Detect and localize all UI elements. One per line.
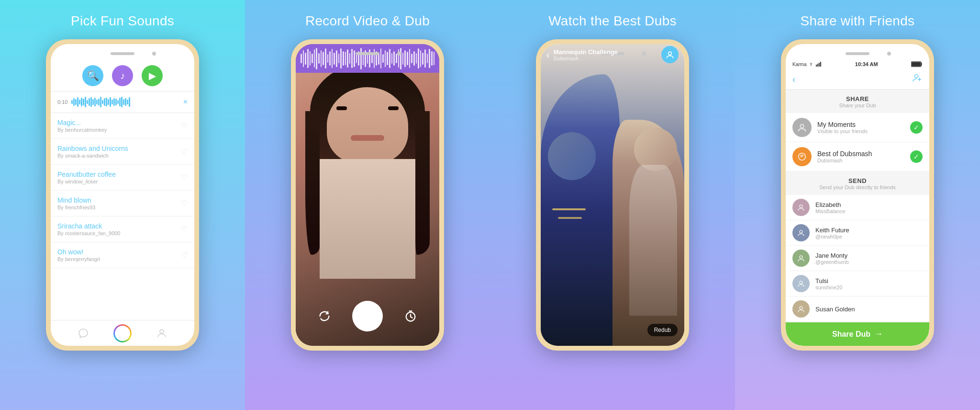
add-person-button[interactable] <box>912 73 923 85</box>
back-icon[interactable]: ‹ <box>546 49 550 60</box>
search-icon: 🔍 <box>87 70 99 81</box>
play-time: 0:10 <box>57 99 67 105</box>
contact-jane-monty[interactable]: Jane Monty @greenthumb <box>786 246 929 271</box>
wave-bar <box>108 99 109 105</box>
wave-bar <box>119 98 121 106</box>
tab-bar: 🔍 ♪ ▶ <box>51 58 194 91</box>
carrier-label: Karma <box>792 62 806 67</box>
list-item[interactable]: Peanutbutter coffee By window_licker ♡ <box>51 165 194 191</box>
rotate-camera-icon[interactable] <box>316 308 333 325</box>
wave-bar <box>94 98 96 106</box>
timer-icon[interactable] <box>402 308 419 325</box>
camera-4 <box>887 52 891 56</box>
share-item-my-moments[interactable]: My Moments Visible to your friends ✓ <box>786 113 929 142</box>
wave-bar <box>117 100 119 104</box>
phone-1-screen: 🔍 ♪ ▶ 0:10 <box>51 58 194 346</box>
music-tab-button[interactable]: ♪ <box>112 65 133 86</box>
send-header: SEND Send your Dub directly to friends <box>786 171 929 195</box>
svg-point-16 <box>800 307 802 309</box>
elizabeth-avatar <box>792 199 810 216</box>
navigation-bar: ‹ <box>786 69 929 90</box>
contact-name: Keith Future <box>815 227 923 234</box>
list-item[interactable]: Oh wow! By bennjerryfangrl ♡ <box>51 242 194 268</box>
susan-avatar <box>792 300 810 318</box>
list-item[interactable]: Mind blown By frenchfries93 ♡ <box>51 191 194 216</box>
contact-username: MissBalance <box>815 208 923 214</box>
song-info: Peanutbutter coffee By window_licker <box>57 171 116 184</box>
wave-bar <box>104 98 105 106</box>
video-top-bar: ‹ Mannequin Challenge Dubsmash <box>541 44 684 65</box>
wave-bar <box>81 98 82 106</box>
list-item[interactable]: Magic... By benhurcatmonkey ♡ <box>51 113 194 139</box>
contact-name: Jane Monty <box>815 252 923 259</box>
svg-point-10 <box>800 125 803 128</box>
arrow-icon: → <box>874 329 883 339</box>
share-item-best-of-dubsmash[interactable]: Best of Dubsmash Dubsmash ✓ <box>786 142 929 171</box>
panel-record-video: Record Video & Dub <box>245 0 490 410</box>
wave-bar <box>89 98 90 106</box>
wave-bar <box>87 100 88 104</box>
svg-rect-4 <box>817 64 818 67</box>
share-dub-button[interactable]: Share Dub → <box>786 322 929 346</box>
speaker-4 <box>846 52 869 55</box>
svg-rect-3 <box>816 65 817 67</box>
susan-info: Susan Golden <box>815 306 923 313</box>
video-tab-button[interactable]: ▶ <box>142 65 163 86</box>
list-item[interactable]: Sriracha attack By roostersauce_fan_9000… <box>51 216 194 242</box>
heart-icon[interactable]: ♡ <box>181 199 188 208</box>
wave-bar <box>71 100 73 104</box>
svg-point-14 <box>800 256 802 259</box>
dubsmash-info: Best of Dubsmash Dubsmash <box>817 150 904 163</box>
song-info: Rainbows and Unicorns By smack-a-sandwic… <box>57 145 128 159</box>
heart-icon[interactable]: ♡ <box>181 147 188 156</box>
phone-3-inner: ‹ Mannequin Challenge Dubsmash <box>541 44 684 346</box>
send-section: SEND Send your Dub directly to friends <box>786 171 929 195</box>
keith-avatar <box>792 224 810 241</box>
record-button[interactable] <box>352 301 383 331</box>
heart-icon[interactable]: ♡ <box>181 225 188 234</box>
keith-info: Keith Future @newh0pe <box>815 227 923 239</box>
video-icon: ▶ <box>149 70 156 81</box>
share-item-sub: Dubsmash <box>817 158 904 163</box>
back-button[interactable]: ‹ <box>792 74 796 85</box>
list-item[interactable]: Rainbows and Unicorns By smack-a-sandwic… <box>51 139 194 165</box>
check-icon: ✓ <box>910 121 923 134</box>
wave-bar <box>79 100 80 104</box>
share-dub-label: Share Dub <box>832 330 870 339</box>
contact-keith[interactable]: Keith Future @newh0pe <box>786 220 929 246</box>
contact-susan[interactable]: Susan Golden <box>786 296 929 322</box>
share-item-sub: Visible to your friends <box>817 128 904 134</box>
search-tab-button[interactable]: 🔍 <box>82 65 103 86</box>
song-info: Sriracha attack By roostersauce_fan_9000 <box>57 222 120 236</box>
svg-point-15 <box>800 281 802 284</box>
contact-tulsi[interactable]: Tulsi sunshine20 <box>786 271 929 296</box>
heart-icon[interactable]: ♡ <box>181 251 188 260</box>
wave-bar <box>123 99 124 105</box>
jane-info: Jane Monty @greenthumb <box>815 252 923 265</box>
chat-icon[interactable] <box>77 327 90 340</box>
elizabeth-info: Elizabeth MissBalance <box>815 201 923 214</box>
wave-bar <box>90 97 92 107</box>
redub-button[interactable]: Redub <box>647 324 678 336</box>
tulsi-info: Tulsi sunshine20 <box>815 277 923 290</box>
contact-elizabeth[interactable]: Elizabeth MissBalance <box>786 195 929 220</box>
panel-watch-dubs: Watch the Best Dubs ‹ Mannequin Challeng… <box>490 0 735 410</box>
close-icon[interactable]: × <box>183 98 188 106</box>
channel-avatar[interactable] <box>661 46 679 63</box>
wave-bar <box>106 98 107 106</box>
wave-bar <box>85 97 86 107</box>
rainbow-circle-icon[interactable] <box>113 324 132 342</box>
wave-bar <box>100 97 101 107</box>
battery-icon <box>911 61 923 67</box>
music-icon: ♪ <box>120 70 125 81</box>
heart-icon[interactable]: ♡ <box>181 121 188 130</box>
song-name: Oh wow! <box>57 248 100 256</box>
song-author: By roostersauce_fan_9000 <box>57 230 120 236</box>
song-author: By frenchfries93 <box>57 205 95 210</box>
share-item-name: My Moments <box>817 121 904 128</box>
wifi-icon <box>808 62 814 67</box>
svg-rect-6 <box>820 62 821 67</box>
contact-name: Susan Golden <box>815 306 923 313</box>
profile-icon[interactable] <box>155 327 168 340</box>
heart-icon[interactable]: ♡ <box>181 173 188 182</box>
